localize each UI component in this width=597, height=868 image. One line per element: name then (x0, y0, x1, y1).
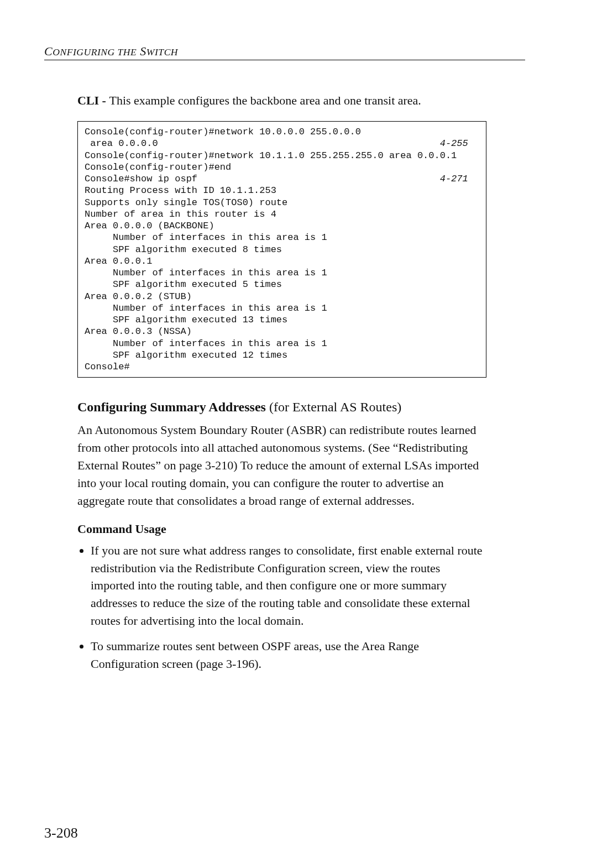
list-item: To summarize routes sent between OSPF ar… (91, 637, 486, 673)
page-number: 3-208 (44, 825, 78, 841)
section-heading: Configuring Summary Addresses (for Exter… (77, 400, 486, 415)
page: CONFIGURING THE SWITCH CLI - This exampl… (0, 0, 597, 868)
intro-lead: CLI - (77, 93, 109, 107)
command-usage-heading: Command Usage (77, 522, 486, 536)
content-block: CLI - This example configures the backbo… (77, 93, 486, 673)
bullet-list: If you are not sure what address ranges … (77, 542, 486, 673)
section-title: Configuring Summary Addresses (77, 400, 266, 414)
cli-code-block: Console(config-router)#network 10.0.0.0 … (77, 121, 486, 378)
list-item: If you are not sure what address ranges … (91, 542, 486, 630)
intro-text: This example configures the backbone are… (109, 93, 421, 107)
intro-paragraph: CLI - This example configures the backbo… (77, 93, 486, 108)
section-body: An Autonomous System Boundary Router (AS… (77, 421, 486, 509)
section-subtitle: (for External AS Routes) (266, 400, 401, 414)
running-header: CONFIGURING THE SWITCH (44, 44, 525, 60)
